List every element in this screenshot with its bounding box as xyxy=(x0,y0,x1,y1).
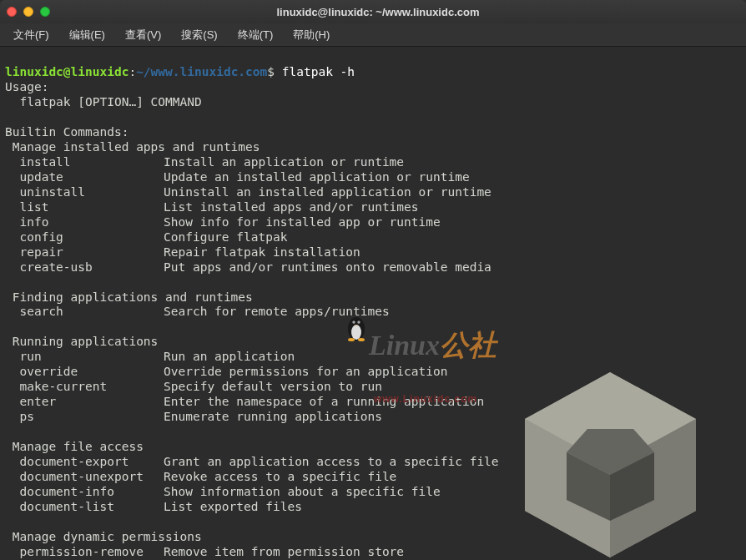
help-row: repairRepair flatpak installation xyxy=(5,245,360,259)
section-title: Running applications xyxy=(5,335,158,348)
prompt-colon: : xyxy=(129,65,136,78)
prompt-dollar: $ xyxy=(267,65,275,78)
builtin-header: Builtin Commands: xyxy=(5,125,129,139)
menu-help[interactable]: 帮助(H) xyxy=(285,24,338,46)
menu-terminal[interactable]: 终端(T) xyxy=(229,24,282,46)
help-row: permission-removeRemove item from permis… xyxy=(5,545,404,558)
section-title: Manage installed apps and runtimes xyxy=(5,140,260,154)
menubar: 文件(F) 编辑(E) 查看(V) 搜索(S) 终端(T) 帮助(H) xyxy=(0,23,746,47)
help-row: enterEnter the namespace of a running ap… xyxy=(5,395,484,408)
minimize-icon[interactable] xyxy=(23,7,33,17)
menu-search[interactable]: 搜索(S) xyxy=(173,24,225,46)
window-title: linuxidc@linuxidc: ~/www.linuxidc.com xyxy=(50,6,739,18)
help-row: installInstall an application or runtime xyxy=(5,155,404,169)
maximize-icon[interactable] xyxy=(40,7,50,17)
help-row: make-currentSpecify default version to r… xyxy=(5,380,382,393)
section-title: Finding applications and runtimes xyxy=(5,290,253,304)
help-row: runRun an application xyxy=(5,350,295,363)
close-icon[interactable] xyxy=(7,7,17,17)
usage-line: flatpak [OPTION…] COMMAND xyxy=(5,95,202,108)
help-row: updateUpdate an installed application or… xyxy=(5,170,470,184)
window-buttons xyxy=(7,7,50,17)
menu-view[interactable]: 查看(V) xyxy=(117,24,169,46)
usage-label: Usage: xyxy=(5,80,48,93)
help-row: listList installed apps and/or runtimes xyxy=(5,200,419,214)
help-row: document-exportGrant an application acce… xyxy=(5,455,499,468)
help-row: create-usbPut apps and/or runtimes onto … xyxy=(5,260,491,274)
prompt-user: linuxidc@linuxidc xyxy=(5,65,129,78)
help-row: document-unexportRevoke access to a spec… xyxy=(5,470,396,483)
help-row: configConfigure flatpak xyxy=(5,230,287,244)
help-row: searchSearch for remote apps/runtimes xyxy=(5,305,390,318)
command-sections: Manage installed apps and runtimes insta… xyxy=(5,140,741,560)
help-row: infoShow info for installed app or runti… xyxy=(5,215,441,229)
menu-edit[interactable]: 编辑(E) xyxy=(61,24,113,46)
window-titlebar: linuxidc@linuxidc: ~/www.linuxidc.com xyxy=(0,0,746,23)
menu-file[interactable]: 文件(F) xyxy=(5,24,58,46)
terminal-output[interactable]: linuxidc@linuxidc:~/www.linuxidc.com$ fl… xyxy=(0,47,746,560)
command-typed: flatpak -h xyxy=(282,65,355,78)
help-row: overrideOverride permissions for an appl… xyxy=(5,365,447,378)
section-title: Manage file access xyxy=(5,440,144,453)
section-title: Manage dynamic permissions xyxy=(5,530,202,543)
help-row: document-infoShow information about a sp… xyxy=(5,485,441,498)
prompt-path: ~/www.linuxidc.com xyxy=(136,65,267,78)
help-row: uninstallUninstall an installed applicat… xyxy=(5,185,491,199)
help-row: document-listList exported files xyxy=(5,500,302,513)
help-row: psEnumerate running applications xyxy=(5,410,382,423)
